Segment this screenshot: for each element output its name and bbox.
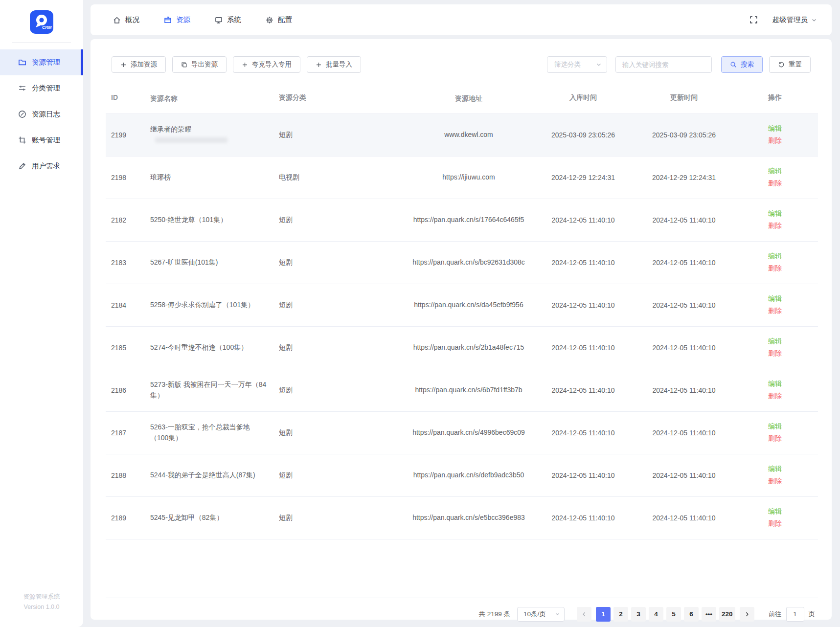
folder-icon xyxy=(18,58,26,67)
edit-link[interactable]: 编辑 xyxy=(768,167,782,176)
prev-page-button[interactable] xyxy=(577,607,591,622)
fullscreen-icon[interactable] xyxy=(749,16,758,24)
delete-link[interactable]: 删除 xyxy=(768,519,782,528)
page-button[interactable]: ••• xyxy=(702,607,716,622)
sidebar: CRM 资源管理 分类管理 资源日志 账号管理 xyxy=(0,0,83,627)
search-icon xyxy=(730,61,737,68)
page-button[interactable]: 4 xyxy=(649,607,663,622)
add-resource-button[interactable]: 添加资源 xyxy=(112,56,166,73)
cell-created: 2024-12-05 11:40:10 xyxy=(530,386,636,394)
sidebar-item-label: 用户需求 xyxy=(32,161,60,171)
edit-link[interactable]: 编辑 xyxy=(768,252,782,261)
export-resource-button[interactable]: 导出资源 xyxy=(172,56,227,73)
nav-item-label: 系统 xyxy=(227,15,241,24)
cell-created: 2025-03-09 23:05:26 xyxy=(530,131,636,139)
cell-updated: 2024-12-05 11:40:10 xyxy=(636,471,732,479)
edit-link[interactable]: 编辑 xyxy=(768,507,782,516)
batch-import-button[interactable]: 批量导入 xyxy=(307,56,361,73)
sidebar-item-label: 账号管理 xyxy=(32,135,60,145)
cell-category: 短剧 xyxy=(279,258,407,267)
cell-name: 5273-新版 我被困在同一天一万年（84集） xyxy=(150,380,279,401)
plus-icon xyxy=(316,62,322,68)
delete-link[interactable]: 删除 xyxy=(768,477,782,486)
cell-url: https://pan.quark.cn/s/e5bcc396e983 xyxy=(407,513,530,523)
search-button[interactable]: 搜索 xyxy=(721,56,763,73)
page-button[interactable]: 220 xyxy=(719,607,735,622)
reset-button[interactable]: 重置 xyxy=(769,56,811,73)
page-button[interactable]: 2 xyxy=(613,607,628,622)
edit-link[interactable]: 编辑 xyxy=(768,337,782,346)
sidebar-item-account-mgmt[interactable]: 账号管理 xyxy=(0,127,83,153)
table-row: 2184 5258-傅少求求你别虐了（101集） 短剧 https://pan.… xyxy=(106,284,818,327)
next-page-button[interactable] xyxy=(740,607,754,622)
plus-icon xyxy=(242,62,248,68)
edit-link[interactable]: 编辑 xyxy=(768,209,782,218)
delete-link[interactable]: 删除 xyxy=(768,434,782,443)
nav-item-label: 配置 xyxy=(278,15,292,24)
keyword-search-input[interactable] xyxy=(615,56,712,73)
refresh-icon xyxy=(778,61,785,68)
sidebar-item-resource-log[interactable]: 资源日志 xyxy=(0,101,83,127)
nav-item-overview[interactable]: 概况 xyxy=(113,15,139,24)
cell-created: 2024-12-05 11:40:10 xyxy=(530,259,636,267)
nav-item-label: 资源 xyxy=(176,15,190,24)
edit-link[interactable]: 编辑 xyxy=(768,124,782,133)
category-filter-select[interactable]: 筛选分类 xyxy=(547,56,607,73)
cell-updated: 2024-12-05 11:40:10 xyxy=(636,386,732,394)
page-size-select[interactable]: 10条/页 xyxy=(517,607,565,622)
delete-link[interactable]: 删除 xyxy=(768,264,782,273)
cell-name: 5267-旷世医仙(101集) xyxy=(150,257,279,268)
cell-id: 2184 xyxy=(106,301,150,309)
delete-link[interactable]: 删除 xyxy=(768,222,782,230)
edit-link[interactable]: 编辑 xyxy=(768,465,782,473)
sidebar-item-resource-mgmt[interactable]: 资源管理 xyxy=(0,49,83,75)
edit-link[interactable]: 编辑 xyxy=(768,380,782,388)
nav-item-system[interactable]: 系统 xyxy=(215,15,241,24)
delete-link[interactable]: 删除 xyxy=(768,392,782,401)
page-button[interactable]: 1 xyxy=(596,607,611,622)
nav-item-label: 概况 xyxy=(125,15,139,24)
cell-created: 2024-12-05 11:40:10 xyxy=(530,301,636,309)
cell-url: https://pan.quark.cn/s/da45efb9f956 xyxy=(407,300,530,311)
table-row: 2189 5245-见龙卸甲（82集） 短剧 https://pan.quark… xyxy=(106,497,818,539)
cell-updated: 2025-03-09 23:05:26 xyxy=(636,131,732,139)
total-count: 共 2199 条 xyxy=(478,610,510,619)
cell-category: 短剧 xyxy=(279,514,407,522)
delete-link[interactable]: 删除 xyxy=(768,349,782,358)
user-menu[interactable]: 超级管理员 xyxy=(772,15,817,24)
table-body: 2199 继承者的荣耀 短剧 www.dkewl.com 2025-03-09 … xyxy=(106,114,818,539)
svg-text:CRM: CRM xyxy=(42,25,52,30)
cell-category: 短剧 xyxy=(279,386,407,395)
cell-id: 2199 xyxy=(106,131,150,139)
sidebar-item-user-demand[interactable]: 用户需求 xyxy=(0,153,83,179)
table-row: 2182 5250-绝世龙尊（101集） 短剧 https://pan.quar… xyxy=(106,199,818,242)
page-button[interactable]: 6 xyxy=(684,607,699,622)
copy-icon xyxy=(181,62,187,68)
col-header-id: ID xyxy=(106,93,150,104)
cell-name: 5258-傅少求求你别虐了（101集） xyxy=(150,300,279,311)
cell-url: https://ijiuwu.com xyxy=(407,172,530,183)
sidebar-item-category-mgmt[interactable]: 分类管理 xyxy=(0,75,83,101)
nav-item-resource[interactable]: 资源 xyxy=(164,15,190,24)
main-card: 添加资源 导出资源 夸克导入专用 批量导入 筛选分类 搜 xyxy=(91,39,832,620)
delete-link[interactable]: 删除 xyxy=(768,307,782,315)
sidebar-item-label: 分类管理 xyxy=(32,84,60,93)
goto-page-input[interactable] xyxy=(786,607,804,622)
table-row: 2183 5267-旷世医仙(101集) 短剧 https://pan.quar… xyxy=(106,242,818,284)
app-name: 资源管理系统 xyxy=(0,592,83,602)
delete-link[interactable]: 删除 xyxy=(768,136,782,145)
monitor-icon xyxy=(215,16,223,24)
chevron-down-icon xyxy=(555,611,560,617)
edit-link[interactable]: 编辑 xyxy=(768,422,782,431)
nav-item-config[interactable]: 配置 xyxy=(266,15,292,24)
edit-link[interactable]: 编辑 xyxy=(768,294,782,303)
page-button[interactable]: 3 xyxy=(631,607,646,622)
quark-import-button[interactable]: 夸克导入专用 xyxy=(233,56,300,73)
cell-updated: 2024-12-05 11:40:10 xyxy=(636,429,732,437)
page-button[interactable]: 5 xyxy=(666,607,681,622)
delete-link[interactable]: 删除 xyxy=(768,179,782,188)
cell-url: https://pan.quark.cn/s/defb9adc3b50 xyxy=(407,470,530,481)
col-header-name: 资源名称 xyxy=(150,93,279,104)
cell-created: 2024-12-05 11:40:10 xyxy=(530,429,636,437)
sidebar-item-label: 资源管理 xyxy=(32,58,60,67)
